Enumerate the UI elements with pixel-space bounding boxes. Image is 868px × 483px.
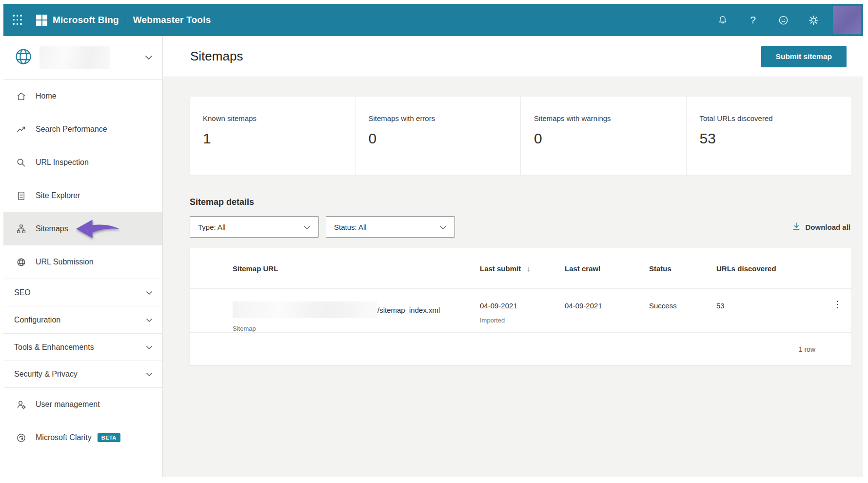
- site-name-redacted: [39, 46, 110, 69]
- last-submit-date: 04-09-2021: [480, 302, 565, 310]
- sidebar-item-label: URL Submission: [36, 258, 94, 266]
- sidebar-group-tools-enhancements[interactable]: Tools & Enhancements: [3, 333, 162, 361]
- settings-gear-icon[interactable]: [808, 14, 819, 26]
- row-actions-kebab-icon[interactable]: ⋮: [833, 299, 842, 309]
- cell-urls-discovered: 53: [716, 289, 833, 332]
- cell-status: Success: [649, 289, 716, 332]
- sidebar-item-label: User management: [36, 400, 100, 409]
- status-filter-value: Status: All: [334, 223, 367, 231]
- sidebar-item-home[interactable]: Home: [3, 80, 162, 113]
- sidebar-group-security-privacy[interactable]: Security & Privacy: [3, 361, 162, 388]
- sidebar-group-label: Configuration: [14, 316, 60, 324]
- url-visible-text: /sitemap_index.xml: [377, 306, 440, 314]
- feedback-smiley-icon[interactable]: [777, 14, 789, 26]
- sidebar-item-label: URL Inspection: [36, 158, 89, 167]
- stat-value: 1: [203, 130, 355, 147]
- app-launcher-waffle-icon[interactable]: [13, 15, 23, 25]
- sitemaps-pointer-arrow: [75, 218, 121, 242]
- sidebar-item-url-submission[interactable]: URL Submission: [3, 245, 162, 279]
- download-all-button[interactable]: Download all: [792, 222, 851, 232]
- user-avatar[interactable]: [833, 6, 861, 34]
- chevron-down-icon: [146, 316, 153, 324]
- stats-summary-bar: Known sitemaps 1 Sitemaps with errors 0 …: [190, 97, 851, 175]
- stat-label: Known sitemaps: [203, 114, 355, 122]
- download-icon: [792, 222, 801, 232]
- stat-known-sitemaps: Known sitemaps 1: [190, 97, 355, 175]
- app-window: Microsoft Bing Webmaster Tools ?: [3, 4, 863, 477]
- sidebar-item-microsoft-clarity[interactable]: Microsoft Clarity BETA: [3, 421, 162, 454]
- url-redacted: [233, 302, 377, 318]
- sidebar-item-search-performance[interactable]: Search Performance: [3, 113, 162, 146]
- table-row: /sitemap_index.xml Sitemap 04-09-2021 Im…: [190, 288, 851, 332]
- trend-icon: [15, 124, 27, 135]
- stat-total-urls-discovered: Total URLs discovered 53: [686, 97, 852, 175]
- document-icon: [15, 190, 27, 201]
- sidebar-item-sitemaps[interactable]: Sitemaps: [3, 212, 162, 245]
- download-all-label: Download all: [805, 223, 850, 231]
- table-header-row: Sitemap URL Last submit ↓ Last crawl Sta…: [190, 248, 851, 288]
- cell-sitemap-url: /sitemap_index.xml Sitemap: [233, 289, 480, 332]
- sitemaps-table: Sitemap URL Last submit ↓ Last crawl Sta…: [190, 248, 851, 365]
- sidebar: Home Search Performance: [3, 36, 163, 477]
- site-selector[interactable]: [3, 36, 162, 80]
- top-app-bar: Microsoft Bing Webmaster Tools ?: [3, 4, 863, 36]
- column-header-urls-discovered[interactable]: URLs discovered: [716, 264, 833, 273]
- stat-label: Sitemaps with errors: [369, 114, 521, 122]
- magnifier-icon: [15, 157, 27, 168]
- cell-last-submit: 04-09-2021 Imported: [480, 289, 565, 332]
- column-header-last-crawl[interactable]: Last crawl: [565, 264, 649, 273]
- type-filter-value: Type: All: [198, 223, 226, 231]
- page-header: Sitemaps Submit sitemap: [163, 36, 863, 77]
- brand-name: Microsoft Bing: [53, 15, 119, 25]
- chevron-down-icon: [146, 370, 153, 379]
- beta-badge: BETA: [98, 433, 120, 442]
- stat-value: 0: [369, 130, 521, 147]
- brand-divider: [126, 14, 126, 26]
- sitemap-type-label: Sitemap: [233, 325, 480, 332]
- sidebar-item-label: Site Explorer: [36, 191, 80, 200]
- home-icon: [15, 91, 27, 102]
- status-filter-dropdown[interactable]: Status: All: [326, 216, 455, 238]
- chevron-down-icon: [146, 288, 153, 297]
- last-submit-note: Imported: [480, 317, 565, 324]
- column-header-last-submit[interactable]: Last submit ↓: [480, 264, 565, 273]
- sidebar-group-seo[interactable]: SEO: [3, 279, 162, 306]
- notifications-bell-icon[interactable]: [717, 14, 729, 26]
- sidebar-group-label: Security & Privacy: [14, 370, 78, 379]
- submit-sitemap-button[interactable]: Submit sitemap: [761, 46, 847, 67]
- user-gear-icon: [15, 399, 27, 410]
- type-filter-dropdown[interactable]: Type: All: [190, 216, 319, 238]
- sidebar-item-user-management[interactable]: User management: [3, 388, 162, 421]
- stat-label: Sitemaps with warnings: [534, 114, 686, 122]
- column-header-sitemap-url[interactable]: Sitemap URL: [233, 264, 480, 273]
- stat-value: 53: [700, 130, 852, 147]
- page-title: Sitemaps: [190, 49, 243, 64]
- row-count-label: 1 row: [799, 345, 815, 353]
- stat-sitemaps-with-errors: Sitemaps with errors 0: [355, 97, 521, 175]
- chevron-down-icon: [146, 343, 153, 352]
- microsoft-logo-icon: [36, 15, 47, 26]
- stat-label: Total URLs discovered: [700, 114, 852, 122]
- stat-sitemaps-with-warnings: Sitemaps with warnings 0: [520, 97, 686, 175]
- brand-home-link[interactable]: Microsoft Bing Webmaster Tools: [36, 14, 211, 26]
- main-panel: Sitemaps Submit sitemap Known sitemaps 1…: [163, 36, 863, 477]
- sidebar-item-label: Home: [36, 92, 57, 101]
- globe-icon: [15, 257, 27, 268]
- sidebar-group-configuration[interactable]: Configuration: [3, 306, 162, 333]
- table-footer: 1 row: [190, 332, 851, 365]
- sitemap-url-link[interactable]: /sitemap_index.xml: [233, 302, 480, 318]
- page-content: Known sitemaps 1 Sitemaps with errors 0 …: [163, 77, 863, 477]
- column-header-status[interactable]: Status: [649, 264, 716, 273]
- sidebar-item-label: Search Performance: [36, 125, 107, 134]
- sidebar-item-label: Sitemaps: [36, 224, 68, 233]
- sidebar-item-site-explorer[interactable]: Site Explorer: [3, 179, 162, 212]
- chevron-down-icon: [303, 223, 311, 231]
- sidebar-group-label: Tools & Enhancements: [14, 343, 94, 352]
- sitemap-details-heading: Sitemap details: [190, 197, 851, 207]
- stat-value: 0: [534, 130, 686, 147]
- sidebar-item-url-inspection[interactable]: URL Inspection: [3, 146, 162, 179]
- chevron-down-icon: [145, 53, 153, 62]
- sidebar-group-label: SEO: [14, 288, 31, 297]
- help-icon[interactable]: ?: [747, 14, 759, 26]
- sidebar-item-label: Microsoft Clarity: [36, 433, 92, 442]
